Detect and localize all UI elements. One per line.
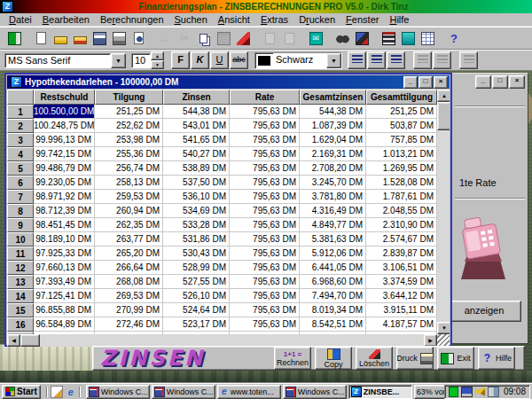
row-number[interactable]: 4 bbox=[7, 147, 34, 161]
save-button[interactable] bbox=[90, 29, 108, 47]
table-cell[interactable]: 795,63 DM bbox=[230, 261, 300, 275]
help-button[interactable]: ? bbox=[445, 29, 463, 47]
panel-minimize-button[interactable]: _ bbox=[475, 75, 491, 89]
table-cell[interactable]: 7.494,70 DM bbox=[300, 289, 366, 303]
row-number[interactable]: 10 bbox=[7, 232, 34, 246]
table-cell[interactable]: 100.248,75 DM bbox=[34, 119, 95, 133]
underline-button[interactable]: U bbox=[210, 51, 229, 69]
menu-item-extras[interactable]: Extras bbox=[255, 14, 293, 25]
row-number[interactable]: 7 bbox=[7, 190, 34, 204]
table-cell[interactable]: 97.925,33 DM bbox=[34, 246, 95, 261]
table-cell[interactable]: 795,63 DM bbox=[230, 303, 300, 317]
horizontal-scrollbar[interactable]: ◀ ▶ bbox=[7, 334, 437, 347]
table-cell[interactable]: 266,64 DM bbox=[95, 261, 163, 275]
chart-window-button[interactable] bbox=[399, 29, 417, 47]
table-cell[interactable]: 540,27 DM bbox=[163, 147, 230, 161]
table-cell[interactable]: 1.787,61 DM bbox=[366, 190, 437, 204]
scroll-left-button[interactable]: ◀ bbox=[7, 334, 20, 347]
table-cell[interactable]: 2.708,20 DM bbox=[300, 161, 366, 176]
color-combo[interactable]: Schwarz ▼ bbox=[254, 52, 342, 69]
menu-item-drucken[interactable]: Drucken bbox=[293, 14, 340, 25]
table-cell[interactable]: 98.189,10 DM bbox=[34, 232, 95, 246]
table-cell[interactable]: 1.269,95 DM bbox=[366, 161, 437, 176]
row-number[interactable]: 13 bbox=[7, 275, 34, 289]
table-cell[interactable]: 795,63 DM bbox=[230, 105, 300, 119]
panel-close-button[interactable]: × bbox=[509, 75, 525, 89]
table-cell[interactable]: 3.915,11 DM bbox=[366, 303, 437, 317]
table-cell[interactable]: 795,63 DM bbox=[230, 204, 300, 218]
exit-button[interactable]: Exit bbox=[437, 347, 474, 370]
table-cell[interactable]: 538,89 DM bbox=[163, 161, 230, 176]
table-cell[interactable]: 262,35 DM bbox=[95, 218, 163, 232]
vertical-scrollbar[interactable]: ▲ ▼ bbox=[437, 90, 450, 334]
table-cell[interactable]: 795,63 DM bbox=[230, 147, 300, 161]
font-combo[interactable]: MS Sans Serif ▼ bbox=[4, 53, 126, 68]
show-desktop-icon[interactable] bbox=[51, 386, 63, 398]
table-cell[interactable]: 270,99 DM bbox=[95, 303, 163, 317]
row-number[interactable]: 8 bbox=[7, 204, 34, 218]
row-number[interactable]: 16 bbox=[7, 317, 34, 332]
table-cell[interactable]: 541,65 DM bbox=[163, 133, 230, 147]
table-cell[interactable]: 537,50 DM bbox=[163, 176, 230, 190]
resize-grip[interactable] bbox=[437, 334, 450, 347]
table-cell[interactable]: 1.087,39 DM bbox=[300, 119, 366, 133]
doc-titlebar[interactable]: Z Hypothekendarlehen - 100000,00 DM _ □ … bbox=[7, 75, 450, 89]
menu-item-hilfe[interactable]: Hilfe bbox=[384, 14, 414, 25]
table-cell[interactable]: 795,63 DM bbox=[230, 161, 300, 176]
table-cell[interactable]: 4.316,49 DM bbox=[300, 204, 366, 218]
table-cell[interactable]: 503,87 DM bbox=[366, 119, 437, 133]
table-cell[interactable]: 97.660,13 DM bbox=[34, 261, 95, 275]
rechnen-button[interactable]: 1+1 =Rechnen bbox=[274, 347, 311, 370]
row-number[interactable]: 11 bbox=[7, 246, 34, 261]
vertical-scroll-thumb[interactable] bbox=[437, 102, 450, 130]
horizontal-scroll-thumb[interactable] bbox=[20, 334, 40, 347]
table-cell[interactable]: 3.644,12 DM bbox=[366, 289, 437, 303]
table-cell[interactable]: 6.441,05 DM bbox=[300, 261, 366, 275]
table-cell[interactable]: 263,77 DM bbox=[95, 232, 163, 246]
table-cell[interactable]: 795,63 DM bbox=[230, 133, 300, 147]
exit-app-button[interactable] bbox=[5, 29, 23, 47]
table-cell[interactable]: 98.451,45 DM bbox=[34, 218, 95, 232]
network-icon[interactable] bbox=[488, 387, 499, 397]
table-cell[interactable]: 531,86 DM bbox=[163, 232, 230, 246]
table-cell[interactable]: 252,62 DM bbox=[95, 119, 163, 133]
table-cell[interactable]: 96.855,88 DM bbox=[34, 303, 95, 317]
panel-maximize-button[interactable]: □ bbox=[492, 75, 508, 89]
doc-minimize-button[interactable]: _ bbox=[403, 76, 418, 89]
table-cell[interactable]: 268,08 DM bbox=[95, 275, 163, 289]
table-cell[interactable]: 2.048,55 DM bbox=[366, 204, 437, 218]
doc-close-button[interactable]: × bbox=[434, 76, 448, 89]
menu-item-berechnungen[interactable]: Berechnungen bbox=[95, 14, 169, 25]
taskbar-task[interactable]: Windows C... bbox=[283, 385, 347, 399]
table-cell[interactable]: 251,25 DM bbox=[95, 105, 163, 119]
table-cell[interactable]: 98.971,92 DM bbox=[34, 190, 95, 204]
font-size-field[interactable]: 10 bbox=[131, 53, 151, 68]
table-cell[interactable]: 272,46 DM bbox=[95, 317, 163, 332]
table-cell[interactable]: 255,36 DM bbox=[95, 147, 163, 161]
table-cell[interactable]: 795,63 DM bbox=[230, 246, 300, 261]
table-cell[interactable]: 100.500,00 DM bbox=[34, 105, 95, 119]
doc-maximize-button[interactable]: □ bbox=[419, 76, 433, 89]
table-cell[interactable]: 534,69 DM bbox=[163, 204, 230, 218]
table-cell[interactable]: 259,53 DM bbox=[95, 190, 163, 204]
menu-item-ansicht[interactable]: Ansicht bbox=[213, 14, 255, 25]
table-cell[interactable]: 99.996,13 DM bbox=[34, 133, 95, 147]
menu-item-bearbeiten[interactable]: Bearbeiten bbox=[37, 14, 95, 25]
table-cell[interactable]: 3.106,51 DM bbox=[366, 261, 437, 275]
spinner-down-button[interactable]: ▼ bbox=[151, 60, 164, 69]
table-cell[interactable]: 1.528,08 DM bbox=[366, 176, 437, 190]
table-cell[interactable]: 544,38 DM bbox=[300, 105, 366, 119]
table-cell[interactable]: 795,63 DM bbox=[230, 218, 300, 232]
table-cell[interactable]: 8.542,51 DM bbox=[300, 317, 366, 332]
scroll-down-button[interactable]: ▼ bbox=[437, 322, 450, 334]
table-cell[interactable]: 524,64 DM bbox=[163, 303, 230, 317]
table-cell[interactable]: 265,20 DM bbox=[95, 246, 163, 261]
taskbar-task[interactable]: ZZINSBE... bbox=[348, 385, 412, 399]
menu-item-fenster[interactable]: Fenster bbox=[340, 14, 384, 25]
table-cell[interactable]: 795,63 DM bbox=[230, 190, 300, 204]
table-cell[interactable]: 536,10 DM bbox=[163, 190, 230, 204]
scroll-up-button[interactable]: ▲ bbox=[437, 90, 450, 102]
mail-button[interactable]: ✉ bbox=[307, 29, 325, 47]
table-cell[interactable]: 1.013,21 DM bbox=[366, 147, 437, 161]
copy-button[interactable]: Copy bbox=[315, 347, 352, 370]
